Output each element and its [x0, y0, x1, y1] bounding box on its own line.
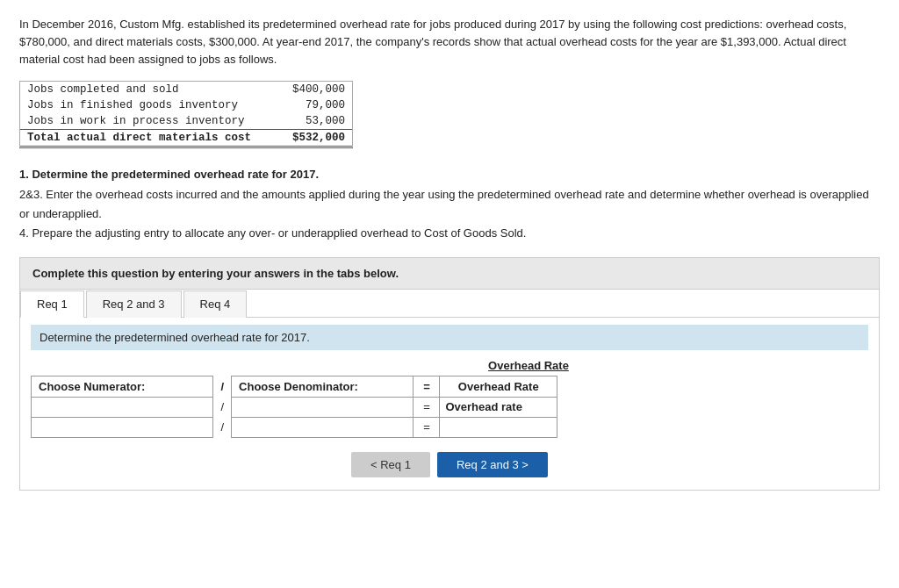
complete-box-text: Complete this question by entering your …	[32, 267, 399, 280]
tab-req1[interactable]: Req 1	[20, 290, 84, 318]
col-header-equals: =	[414, 376, 440, 397]
col-header-slash: /	[213, 376, 232, 397]
numerator-input-2[interactable]	[37, 420, 207, 434]
col-header-denominator: Choose Denominator:	[232, 376, 414, 397]
table-row: Jobs completed and sold $400,000	[20, 82, 352, 97]
tab-req23[interactable]: Req 2 and 3	[86, 290, 182, 318]
instruction-1: 1. Determine the predetermined overhead …	[19, 168, 319, 181]
tab-req23-label: Req 2 and 3	[103, 298, 165, 311]
materials-table: Jobs completed and sold $400,000 Jobs in…	[19, 81, 353, 148]
equals-1: =	[414, 397, 440, 417]
tab-req4[interactable]: Req 4	[183, 290, 248, 318]
row-value: $400,000	[277, 82, 352, 97]
instruction-4: 4. Prepare the adjusting entry to alloca…	[19, 226, 526, 240]
tab-description-text: Determine the predetermined overhead rat…	[40, 331, 310, 344]
numerator-input-cell-1[interactable]	[32, 397, 213, 417]
row-label: Jobs in finished goods inventory	[20, 97, 277, 113]
tabs-container: Req 1 Req 2 and 3 Req 4 Determine the pr…	[19, 290, 880, 491]
prev-button[interactable]: < Req 1	[351, 452, 430, 477]
result-label-1: Overhead rate	[445, 400, 521, 413]
complete-box: Complete this question by entering your …	[19, 257, 880, 290]
row-label: Jobs in work in process inventory	[20, 113, 277, 130]
total-row: Total actual direct materials cost $532,…	[20, 130, 352, 147]
result-cell-1: Overhead rate	[440, 397, 557, 417]
denominator-input-1[interactable]	[237, 400, 407, 414]
overhead-title: Overhead Rate	[31, 359, 868, 372]
denominator-input-2[interactable]	[237, 420, 407, 434]
numerator-input-1[interactable]	[37, 400, 207, 414]
tab-content-area: Determine the predetermined overhead rat…	[20, 318, 879, 490]
instructions: 1. Determine the predetermined overhead …	[19, 165, 880, 242]
col-header-numerator: Choose Numerator:	[32, 376, 213, 397]
total-label: Total actual direct materials cost	[20, 130, 277, 147]
next-button-label: Req 2 and 3 >	[457, 458, 529, 471]
overhead-row-2: / =	[32, 417, 557, 437]
slash-1: /	[213, 397, 232, 417]
overhead-title-text: Overhead Rate	[488, 359, 569, 372]
equals-2: =	[414, 417, 440, 437]
overhead-row-1: / = Overhead rate	[32, 397, 557, 417]
intro-paragraph: In December 2016, Custom Mfg. establishe…	[19, 16, 880, 68]
row-value: 53,000	[277, 113, 352, 130]
numerator-input-cell-2[interactable]	[32, 417, 213, 437]
tab-req4-label: Req 4	[200, 298, 231, 311]
overhead-section: Overhead Rate Choose Numerator: / Choose…	[31, 359, 868, 438]
result-cell-2	[440, 417, 557, 437]
tab-req1-label: Req 1	[37, 298, 68, 311]
row-label: Jobs completed and sold	[20, 82, 277, 97]
total-value: $532,000	[277, 130, 352, 147]
prev-button-label: < Req 1	[370, 458, 411, 471]
overhead-table: Choose Numerator: / Choose Denominator: …	[31, 376, 557, 438]
denominator-input-cell-1[interactable]	[232, 397, 414, 417]
tab-description: Determine the predetermined overhead rat…	[31, 325, 868, 350]
tabs-row: Req 1 Req 2 and 3 Req 4	[20, 290, 879, 318]
slash-2: /	[213, 417, 232, 437]
table-row: Jobs in finished goods inventory 79,000	[20, 97, 352, 113]
col-header-result: Overhead Rate	[440, 376, 557, 397]
table-row: Jobs in work in process inventory 53,000	[20, 113, 352, 130]
next-button[interactable]: Req 2 and 3 >	[437, 452, 548, 477]
instruction-23: 2&3. Enter the overhead costs incurred a…	[19, 188, 869, 220]
row-value: 79,000	[277, 97, 352, 113]
denominator-input-cell-2[interactable]	[232, 417, 414, 437]
bottom-nav: < Req 1 Req 2 and 3 >	[31, 452, 868, 477]
